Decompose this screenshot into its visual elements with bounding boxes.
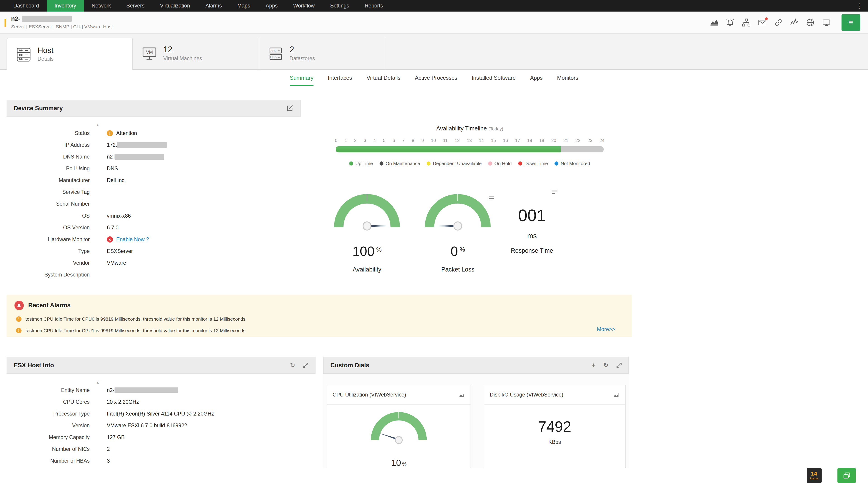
subtab[interactable]: Installed Software: [472, 75, 516, 86]
summary-field-row: OS Version 6.7.0: [6, 224, 301, 236]
mail-icon[interactable]: [758, 18, 767, 27]
summary-field-row: Hardware Monitor Enable Now ?: [6, 236, 301, 248]
subtab[interactable]: Summary: [290, 75, 313, 86]
alarm-bell-icon[interactable]: [726, 18, 735, 27]
entity-tabstrip: Host Details VM 12 Virtual Machines SSDH…: [0, 34, 868, 70]
legend-dot: [427, 161, 431, 165]
hamburger-menu-button[interactable]: ≡: [841, 14, 860, 31]
nav-item[interactable]: Servers: [119, 0, 152, 11]
host-tab-title: Host: [38, 46, 54, 55]
nav-item[interactable]: Inventory: [47, 0, 84, 11]
globe-icon[interactable]: [806, 18, 815, 27]
expand-icon[interactable]: [616, 363, 622, 368]
subtab[interactable]: Virtual Details: [366, 75, 400, 86]
esx-field-row: CPU Cores 20 x 2.20GHz: [6, 399, 315, 411]
legend-label: Dependent Unavailable: [433, 161, 482, 166]
cpu-utilization-value: 10: [391, 458, 401, 467]
area-chart-icon[interactable]: [710, 18, 719, 27]
legend-dot: [555, 161, 558, 165]
field-label: Manufacturer: [6, 177, 90, 183]
redacted-value: [115, 154, 164, 159]
esx-field-row: Processor Type Intel(R) Xeon(R) Silver 4…: [6, 411, 315, 423]
topology-icon[interactable]: [742, 18, 751, 27]
legend-dot: [518, 161, 522, 165]
esx-host-info-title: ESX Host Info: [14, 362, 54, 369]
link-icon[interactable]: [774, 18, 783, 27]
tab-datastores[interactable]: SSDHDD 2 Datastores: [259, 37, 385, 69]
summary-field-row: Status Attention: [6, 130, 301, 142]
expand-icon[interactable]: [303, 363, 308, 368]
mail-notification-dot: [765, 18, 768, 20]
availability-timeline-bar[interactable]: [336, 146, 603, 152]
refresh-icon[interactable]: ↻: [603, 362, 609, 369]
timeline-tick: 7: [402, 138, 405, 143]
field-label: OS Version: [6, 224, 90, 231]
timeline-tick: 16: [503, 138, 508, 143]
alarm-message: testmon CPU Idle Time for CPU1 is 99819 …: [25, 328, 245, 333]
field-value[interactable]: Enable Now ?: [116, 236, 149, 243]
warning-icon: !: [16, 328, 22, 333]
field-value: VMware: [107, 260, 126, 266]
alarm-row[interactable]: ! testmon CPU Idle Time for CPU1 is 9981…: [16, 328, 624, 333]
field-label: IP Address: [6, 142, 90, 148]
response-time-label: Response Time: [491, 247, 574, 254]
chat-support-button[interactable]: [837, 468, 856, 483]
tab-virtual-machines[interactable]: VM 12 Virtual Machines: [133, 37, 259, 69]
field-value: 6.7.0: [107, 224, 119, 231]
field-label: Vendor: [6, 260, 90, 266]
mini-chart-icon[interactable]: [459, 390, 465, 400]
more-apps-icon[interactable]: ⋮: [851, 0, 868, 11]
nav-item[interactable]: Alarms: [198, 0, 230, 11]
timeline-tick: 13: [467, 138, 472, 143]
field-value: n2-: [107, 387, 115, 393]
field-label: Entity Name: [6, 387, 90, 393]
timeline-tick: 15: [491, 138, 496, 143]
timeline-tick: 14: [479, 138, 484, 143]
field-value: 2: [107, 446, 110, 452]
legend-label: On Hold: [494, 161, 512, 166]
edit-icon[interactable]: [286, 104, 293, 112]
nav-item[interactable]: Maps: [229, 0, 258, 11]
uptime-bar-fill: [336, 146, 561, 152]
nav-item[interactable]: Dashboard: [5, 0, 46, 11]
field-label: Number of NICs: [6, 446, 90, 452]
mini-chart-icon[interactable]: [613, 390, 619, 400]
host-server-icon: [16, 47, 31, 61]
performance-graph-icon[interactable]: [790, 18, 799, 27]
field-label: Type: [6, 248, 90, 254]
custom-dials-panel: Custom Dials + ↻ CPU Utilization (VIWebS…: [323, 357, 629, 475]
remote-screen-icon[interactable]: [822, 18, 831, 27]
summary-field-row: System Description: [6, 272, 301, 283]
field-label: Version: [6, 423, 90, 429]
redacted-value: [115, 387, 178, 393]
field-label: Serial Number: [6, 201, 90, 207]
timeline-title: Availability Timeline: [436, 125, 487, 131]
nav-item[interactable]: Workflow: [285, 0, 322, 11]
subtab[interactable]: Interfaces: [328, 75, 352, 86]
alarm-row[interactable]: ! testmon CPU Idle Time for CPU0 is 9981…: [16, 316, 624, 322]
subtab[interactable]: Apps: [530, 75, 543, 86]
alarms-more-link[interactable]: More>>: [597, 326, 615, 332]
timeline-tick: 1: [344, 138, 347, 143]
nav-item[interactable]: Reports: [357, 0, 391, 11]
tab-host-details[interactable]: Host Details: [6, 38, 133, 70]
nav-item[interactable]: Network: [84, 0, 119, 11]
nav-item[interactable]: Settings: [322, 0, 357, 11]
timeline-tick: 11: [443, 138, 447, 143]
subtab[interactable]: Monitors: [557, 75, 578, 86]
alarm-count-badge[interactable]: 14 Alarms: [807, 468, 822, 483]
timeline-tick: 4: [373, 138, 376, 143]
nav-item[interactable]: Virtualization: [152, 0, 198, 11]
chart-menu-icon[interactable]: [551, 187, 558, 197]
status-accent-bar: [4, 19, 6, 27]
summary-field-row: Type ESXServer: [6, 248, 301, 260]
response-time-widget: 001 ms Response Time: [491, 193, 574, 254]
add-dial-icon[interactable]: +: [591, 361, 596, 369]
nav-item[interactable]: Apps: [258, 0, 285, 11]
device-summary-panel: Device Summary ▲ Status Attention IP Add…: [6, 100, 301, 287]
subtab[interactable]: Active Processes: [415, 75, 457, 86]
field-label: Poll Using: [6, 165, 90, 172]
timeline-tick: 5: [383, 138, 385, 143]
alarm-count: 14: [811, 471, 817, 477]
refresh-icon[interactable]: ↻: [290, 362, 296, 369]
